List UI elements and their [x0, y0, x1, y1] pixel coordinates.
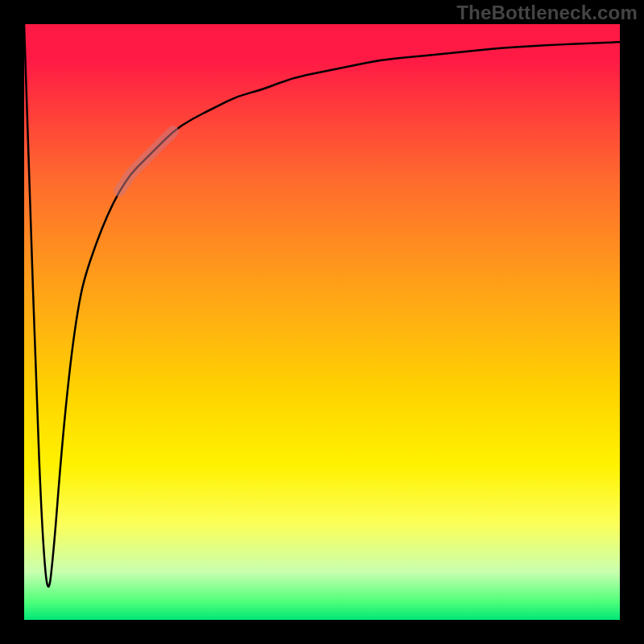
watermark-text: TheBottleneck.com	[456, 2, 638, 24]
plot-area	[24, 24, 620, 620]
chart-frame: TheBottleneck.com	[0, 0, 644, 644]
curve-highlight-segment	[119, 131, 173, 191]
plot-svg	[24, 24, 620, 620]
performance-curve	[24, 24, 620, 587]
